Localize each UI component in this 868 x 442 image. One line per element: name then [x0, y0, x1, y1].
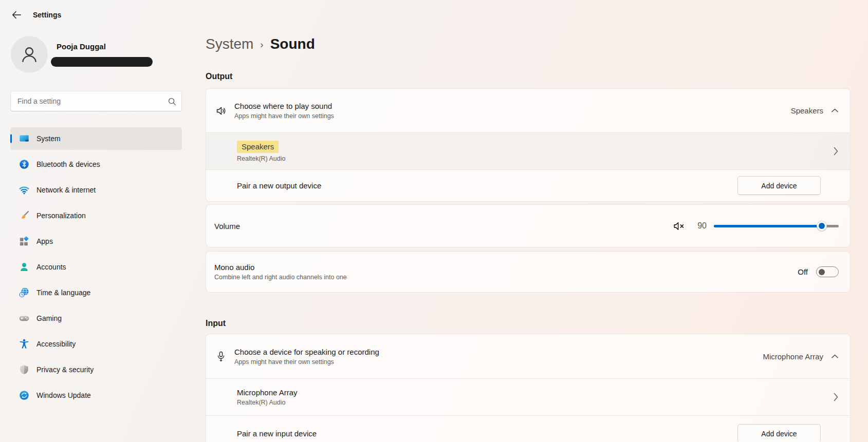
pair-output-label: Pair a new output device — [237, 181, 321, 190]
volume-slider[interactable] — [714, 220, 839, 232]
choose-output-subtitle: Apps might have their own settings — [234, 112, 334, 120]
bluetooth-icon — [19, 159, 30, 170]
volume-row: Volume 90 — [206, 205, 850, 247]
accessibility-icon — [19, 338, 30, 350]
chevron-right-icon — [833, 392, 839, 402]
choose-input-subtitle: Apps might have their own settings — [234, 358, 379, 366]
sidebar-item-accounts[interactable]: Accounts — [10, 256, 182, 278]
breadcrumb-separator: › — [260, 39, 263, 50]
person-icon — [19, 44, 40, 65]
pair-output-row: Pair a new output device Add device — [206, 169, 850, 201]
pair-input-label: Pair a new input device — [237, 429, 317, 438]
sidebar-item-network-internet[interactable]: Network & internet — [10, 179, 182, 201]
brush-icon — [19, 210, 30, 221]
mute-speaker-icon[interactable] — [673, 220, 686, 232]
sidebar-item-accessibility[interactable]: Accessibility — [10, 333, 182, 355]
search-input[interactable] — [11, 97, 164, 105]
choose-input-title: Choose a device for speaking or recordin… — [234, 348, 379, 356]
microphone-detail: Realtek(R) Audio — [237, 399, 298, 406]
sidebar-item-apps[interactable]: Apps — [10, 230, 182, 253]
sidebar-item-gaming[interactable]: Gaming — [10, 307, 182, 330]
choose-output-title: Choose where to play sound — [234, 102, 334, 110]
apps-icon — [19, 236, 30, 247]
mono-toggle-state: Off — [798, 267, 808, 276]
gamepad-icon — [19, 313, 30, 324]
sidebar-nav: System Bluetooth & devices Network & int… — [10, 127, 182, 410]
microphone-name: Microphone Array — [237, 388, 298, 397]
user-profile[interactable]: Pooja Duggal — [11, 36, 180, 73]
volume-label: Volume — [214, 222, 240, 230]
speakers-name-highlighted: Speakers — [237, 141, 279, 153]
add-input-device-button[interactable]: Add device — [737, 424, 821, 442]
breadcrumb: System › Sound — [206, 36, 315, 52]
input-device-dropdown[interactable]: Microphone Array — [763, 352, 839, 361]
output-device-card: Choose where to play sound Apps might ha… — [206, 88, 851, 202]
mono-audio-card: Mono audio Combine left and right audio … — [206, 251, 851, 293]
slider-fill — [714, 225, 822, 227]
shield-icon — [19, 364, 30, 375]
accounts-icon — [19, 261, 30, 273]
back-button[interactable] — [9, 9, 24, 21]
mono-audio-row: Mono audio Combine left and right audio … — [206, 252, 850, 292]
chevron-up-icon — [831, 108, 839, 113]
volume-card: Volume 90 — [206, 204, 851, 247]
volume-value: 90 — [694, 221, 707, 230]
microphone-icon — [215, 350, 228, 363]
sidebar-item-system[interactable]: System — [10, 127, 182, 150]
sidebar-item-windows-update[interactable]: Windows Update — [10, 384, 182, 407]
input-device-card: Choose a device for speaking or recordin… — [206, 334, 851, 442]
chevron-right-icon — [833, 146, 839, 156]
choose-input-row: Choose a device for speaking or recordin… — [206, 334, 850, 378]
breadcrumb-system[interactable]: System — [206, 36, 253, 52]
back-arrow-icon — [11, 9, 22, 21]
microphone-device-row[interactable]: Microphone Array Realtek(R) Audio — [206, 378, 850, 415]
search-box[interactable] — [10, 91, 182, 111]
user-name: Pooja Duggal — [57, 42, 106, 51]
wifi-icon — [19, 184, 30, 196]
input-section-heading: Input — [206, 319, 226, 328]
speakers-detail: Realtek(R) Audio — [237, 155, 286, 162]
avatar — [11, 36, 48, 73]
sidebar-item-personalization[interactable]: Personalization — [10, 204, 182, 227]
mono-audio-subtitle: Combine left and right audio channels in… — [214, 274, 347, 281]
sidebar-item-time-language[interactable]: Time & language — [10, 281, 182, 304]
search-icon — [164, 97, 179, 106]
system-icon — [19, 133, 30, 144]
output-device-dropdown[interactable]: Speakers — [791, 106, 839, 115]
toggle-knob — [819, 269, 825, 275]
add-output-device-button[interactable]: Add device — [737, 176, 821, 195]
choose-output-row: Choose where to play sound Apps might ha… — [206, 89, 850, 132]
selected-indicator — [10, 134, 12, 143]
app-title: Settings — [33, 11, 61, 19]
sidebar-item-privacy-security[interactable]: Privacy & security — [10, 358, 182, 381]
mono-audio-toggle[interactable] — [816, 266, 839, 277]
pair-input-row: Pair a new input device Add device — [206, 415, 850, 442]
page-title: Sound — [270, 36, 315, 52]
redacted-email-bar — [51, 57, 153, 67]
output-device-value: Speakers — [791, 106, 823, 115]
windows-update-icon — [19, 390, 30, 401]
speakers-device-row[interactable]: Speakers Realtek(R) Audio — [206, 132, 850, 169]
slider-thumb[interactable] — [817, 221, 827, 231]
mono-audio-title: Mono audio — [214, 263, 347, 272]
chevron-up-icon — [831, 354, 839, 359]
output-section-heading: Output — [206, 72, 232, 81]
speaker-icon — [215, 104, 228, 118]
settings-window: Settings Pooja Duggal System Bluetooth &… — [0, 0, 868, 442]
input-device-value: Microphone Array — [763, 352, 823, 361]
globe-clock-icon — [19, 287, 30, 298]
sidebar-item-bluetooth-devices[interactable]: Bluetooth & devices — [10, 153, 182, 176]
